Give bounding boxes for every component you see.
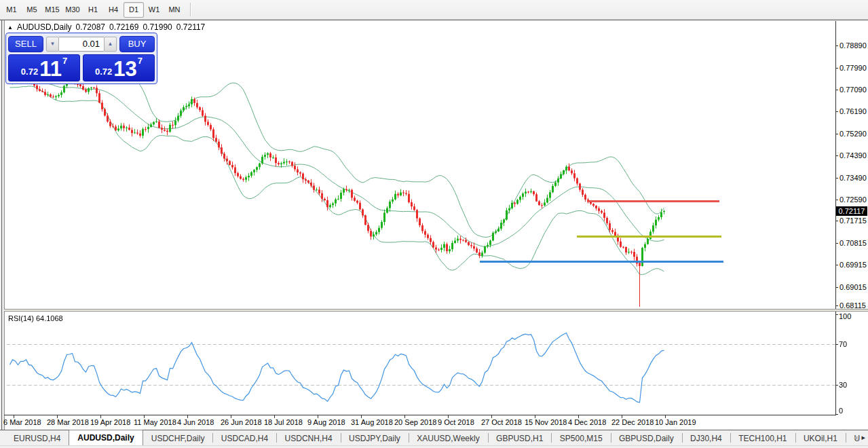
chart-tab-gbpusd-daily[interactable]: GBPUSD,Daily: [611, 432, 682, 445]
one-click-trading-panel: SELL ▼ ▲ BUY 0.72 11 7 0.72 13 7: [5, 33, 157, 84]
time-tick-label: 4 Jun 2018: [177, 418, 214, 426]
sell-button[interactable]: SELL: [8, 36, 43, 52]
price-tick-mark: [835, 221, 838, 221]
price-tick-mark: [835, 287, 838, 288]
price-axis-line: [835, 21, 836, 415]
price-tick-label: 0.77990: [839, 64, 867, 72]
timeframe-button-m1[interactable]: M1: [1, 2, 22, 18]
price-tick-mark: [835, 45, 838, 46]
time-tick-label: 9 Oct 2018: [438, 418, 474, 426]
tab-scroll-right-icon[interactable]: ▸: [861, 433, 865, 442]
rsi-tick-mark: [835, 414, 838, 415]
buy-button[interactable]: BUY: [119, 36, 155, 52]
chart-tab-ukoil-h1[interactable]: UKOil,H1: [795, 432, 846, 445]
chart-title: ▲ AUDUSD,Daily 0.72087 0.72169 0.71990 0…: [7, 22, 205, 32]
ohlc-open: 0.72087: [76, 22, 105, 32]
time-tick-label: 4 Dec 2018: [568, 418, 606, 426]
rsi-tick-label: 0: [839, 407, 843, 415]
timeframe-button-h1[interactable]: H1: [83, 2, 103, 18]
time-tick-label: 10 Jan 2019: [655, 418, 696, 426]
rsi-tick-mark: [835, 344, 838, 345]
timeframe-button-mn[interactable]: MN: [164, 2, 185, 18]
volume-decrease-button[interactable]: ▼: [46, 37, 59, 52]
price-tick-label: 0.77090: [839, 86, 867, 94]
chart-tab-usdjpy-daily[interactable]: USDJPY,Daily: [341, 432, 409, 445]
price-tick-mark: [835, 265, 838, 265]
time-axis-line: [4, 415, 836, 415]
sell-price-pipette: 7: [62, 56, 67, 66]
time-tick-label: 28 Mar 2018: [47, 418, 89, 426]
price-tick-label: 0.71715: [839, 217, 867, 225]
chart-tab-gbpusd-h1[interactable]: GBPUSD,H1: [488, 432, 551, 445]
chart-collapse-icon[interactable]: ▲: [7, 24, 13, 31]
price-tick-label: 0.69015: [839, 283, 867, 291]
time-tick-label: 22 Dec 2018: [611, 418, 654, 426]
mt4-terminal: M1M5M15M30H1H4D1W1MN ▲ AUDUSD,Daily 0.72…: [0, 0, 868, 448]
price-tick-label: 0.69915: [839, 261, 867, 269]
time-tick-label: 26 Jun 2018: [221, 418, 262, 426]
price-tick-mark: [835, 305, 838, 306]
ohlc-high: 0.72169: [109, 22, 138, 32]
timeframe-button-m30[interactable]: M30: [62, 2, 83, 18]
buy-price-big: 13: [113, 59, 136, 79]
rsi-tick-mark: [835, 314, 838, 315]
timeframe-button-h4[interactable]: H4: [103, 2, 124, 18]
buy-price-display[interactable]: 0.72 13 7: [83, 54, 155, 81]
rsi-tick-label: 70: [839, 340, 847, 348]
rsi-indicator-chart[interactable]: [5, 312, 836, 414]
timeframe-button-m5[interactable]: M5: [22, 2, 42, 18]
mid-line[interactable]: [577, 236, 721, 238]
price-tick-label: 0.75290: [839, 130, 867, 138]
time-tick-label: 31 Aug 2018: [351, 418, 393, 426]
ohlc-low: 0.71990: [143, 22, 172, 32]
current-price-tag: 0.72117: [836, 206, 867, 216]
chart-tab-xauusd-weekly[interactable]: XAUUSD,Weekly: [409, 432, 487, 445]
chart-tab-usdcnh-h4[interactable]: USDCNH,H4: [277, 432, 341, 445]
time-tick-label: 18 Jul 2018: [264, 418, 303, 426]
price-tick-label: 0.76190: [839, 107, 867, 115]
resistance-line[interactable]: [587, 200, 719, 202]
price-tick-label: 0.74390: [839, 151, 867, 160]
tab-scroll-nav: ◂ ▸: [854, 433, 865, 442]
price-tick-label: 0.70815: [839, 239, 867, 247]
volume-increase-button[interactable]: ▲: [104, 37, 117, 52]
price-tick-label: 0.78890: [839, 41, 867, 50]
time-tick-label: 11 May 2018: [134, 418, 176, 426]
price-tick-mark: [835, 243, 838, 244]
price-tick-mark: [835, 134, 838, 134]
timeframe-button-w1[interactable]: W1: [144, 2, 164, 18]
chart-tab-bar: EURUSD,H4AUDUSD,DailyUSDCHF,DailyUSDCAD,…: [0, 430, 868, 446]
chart-tab-usdcad-h4[interactable]: USDCAD,H4: [213, 432, 276, 445]
ohlc-close: 0.72117: [176, 22, 206, 32]
chart-tab-audusd-daily[interactable]: AUDUSD,Daily: [69, 430, 143, 445]
timeframe-button-d1[interactable]: D1: [124, 2, 144, 18]
time-tick-label: 9 Aug 2018: [307, 418, 345, 426]
time-tick-label: 15 Nov 2018: [525, 418, 567, 426]
window-inner-border: [4, 20, 5, 430]
price-tick-mark: [835, 68, 838, 69]
chart-tab-dj30-h4[interactable]: DJ30,H4: [682, 432, 730, 445]
price-tick-label: 0.73490: [839, 174, 867, 182]
price-tick-mark: [835, 90, 838, 90]
price-tick-mark: [835, 111, 838, 112]
sell-price-big: 11: [39, 59, 62, 79]
support-line[interactable]: [480, 261, 723, 263]
time-tick-label: 19 Apr 2018: [90, 418, 130, 426]
chart-tab-usdchf-daily[interactable]: USDCHF,Daily: [143, 432, 213, 445]
volume-input[interactable]: [59, 37, 104, 52]
timeframe-button-m15[interactable]: M15: [42, 2, 62, 18]
chart-tab-eurusd-h4[interactable]: EURUSD,H4: [5, 432, 69, 445]
toolbar-separator: [190, 3, 191, 16]
price-tick-label: 0.72590: [839, 195, 867, 204]
tab-scroll-left-icon[interactable]: ◂: [854, 433, 858, 442]
panel-splitter[interactable]: [4, 309, 868, 312]
sell-price-prefix: 0.72: [21, 67, 38, 77]
time-tick-label: 6 Mar 2018: [3, 418, 41, 426]
chart-tab-sp500-m15[interactable]: SP500,M15: [552, 432, 611, 445]
chart-tab-tech100-h1[interactable]: TECH100,H1: [730, 432, 795, 445]
price-tick-mark: [835, 155, 838, 156]
rsi-tick-label: 30: [839, 381, 847, 389]
buy-price-prefix: 0.72: [95, 67, 112, 77]
price-tick-mark: [835, 178, 838, 179]
sell-price-display[interactable]: 0.72 11 7: [8, 54, 80, 81]
